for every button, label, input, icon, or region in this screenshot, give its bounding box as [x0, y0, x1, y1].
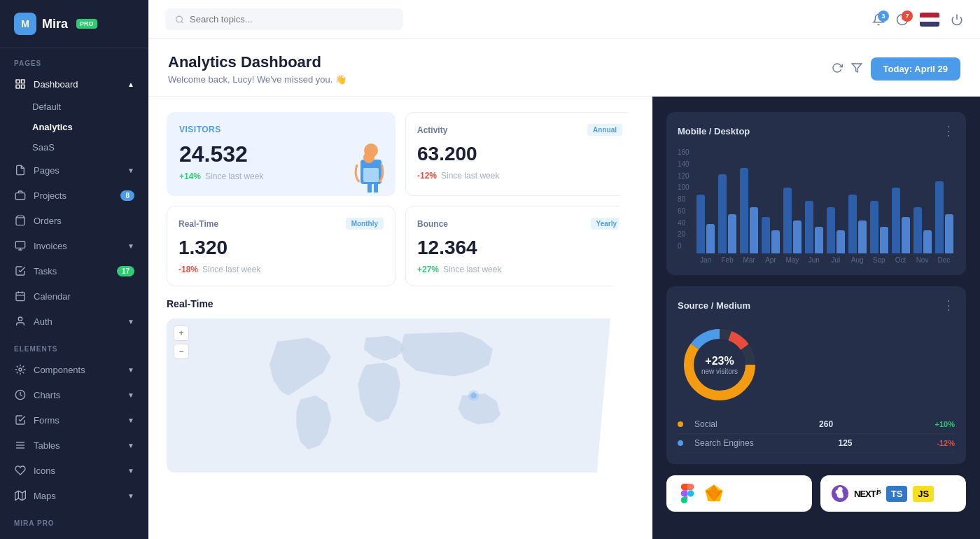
bar-light-aug — [858, 220, 867, 253]
svg-point-31 — [363, 152, 374, 163]
tech-logos-section: NEXT.js TS JS — [666, 475, 966, 512]
chart-x-labels: JanFebMarAprMayJunJulAugSepOctNovDec — [695, 256, 955, 264]
sidebar-item-orders[interactable]: Orders — [0, 208, 148, 233]
source-medium-more-button[interactable]: ⋮ — [942, 298, 955, 313]
source-social-value: 260 — [819, 419, 833, 429]
bar-dark-feb — [718, 174, 727, 253]
map-more-button[interactable]: ⋮ — [622, 296, 634, 312]
svg-marker-25 — [852, 64, 861, 72]
bar-light-jan — [706, 224, 715, 253]
sidebar-item-projects[interactable]: Projects 8 — [0, 183, 148, 208]
sidebar-item-components[interactable]: Components ▼ — [0, 357, 148, 382]
activity-badge: Annual — [587, 124, 622, 136]
sidebar-item-tables[interactable]: Tables ▼ — [0, 433, 148, 458]
bounce-change-label: Since last week — [443, 265, 501, 274]
bar-chart-container: 160 140 120 100 80 60 40 20 0 — [678, 148, 955, 264]
sidebar-sub-saas[interactable]: SaaS — [0, 137, 148, 158]
sidebar-item-auth[interactable]: Auth ▼ — [0, 309, 148, 334]
bar-dark-nov — [913, 207, 922, 253]
donut-chart: +23% new visitors — [678, 323, 762, 407]
sidebar-item-invoices[interactable]: Invoices ▼ — [0, 233, 148, 258]
tables-label: Tables — [34, 440, 60, 451]
sidebar-item-forms[interactable]: Forms ▼ — [0, 407, 148, 433]
sidebar-item-pages[interactable]: Pages ▼ — [0, 158, 148, 183]
x-label-may: May — [781, 256, 803, 264]
x-label-nov: Nov — [911, 256, 933, 264]
donut-percent: +23% — [701, 355, 738, 368]
chart-bars-wrapper: JanFebMarAprMayJunJulAugSepOctNovDec — [695, 148, 955, 264]
app-name: Mira — [42, 17, 68, 31]
x-label-jan: Jan — [695, 256, 717, 264]
notifications-button[interactable]: 3 — [872, 13, 885, 26]
x-label-dec: Dec — [933, 256, 955, 264]
pages-section-label: PAGES — [0, 48, 148, 71]
source-table: Social 260 +10% Search Engines 125 -12% — [678, 415, 955, 453]
redux-icon — [832, 485, 848, 502]
activity-card: Activity Annual 63.200 -12% Since last w… — [405, 112, 634, 196]
sidebar-item-icons[interactable]: Icons ▼ — [0, 458, 148, 483]
sidebar-item-calendar[interactable]: Calendar — [0, 284, 148, 309]
svg-rect-2 — [21, 85, 24, 88]
maps-chevron: ▼ — [127, 492, 134, 500]
donut-section: +23% new visitors — [678, 323, 955, 407]
bounce-card: Bounce Yearly 12.364 +27% Since last wee… — [405, 206, 634, 286]
bar-dark-jun — [805, 201, 813, 253]
sidebar-item-dashboard[interactable]: Dashboard ▲ — [0, 71, 148, 97]
realtime-map-section: Real-Time ⋮ + − — [167, 296, 634, 472]
visitors-card: Visitors 24.532 +14% Since last week — [167, 112, 396, 196]
donut-center: +23% new visitors — [701, 355, 738, 375]
tables-icon — [14, 439, 27, 451]
activity-change-label: Since last week — [441, 171, 499, 181]
svg-rect-6 — [15, 241, 24, 248]
bar-dark-may — [783, 188, 792, 253]
x-label-sep: Sep — [868, 256, 890, 264]
sidebar-sub-analytics[interactable]: Analytics — [0, 117, 148, 137]
search-dot — [678, 440, 683, 446]
sidebar-item-charts[interactable]: Charts ▼ — [0, 382, 148, 407]
activity-value: 63.200 — [417, 143, 622, 165]
components-label: Components — [34, 365, 85, 375]
javascript-badge: JS — [913, 486, 934, 502]
auth-label: Auth — [34, 316, 52, 327]
activity-change: -12% Since last week — [417, 171, 622, 181]
alerts-button[interactable]: 7 — [896, 13, 909, 26]
tasks-badge: 17 — [117, 266, 134, 276]
chart-bars — [695, 148, 955, 253]
bar-col-mar — [740, 168, 758, 253]
map-controls: + − — [174, 326, 189, 359]
search-input[interactable] — [190, 14, 393, 24]
today-button[interactable]: Today: April 29 — [871, 57, 960, 80]
bar-light-jun — [815, 227, 823, 253]
social-dot — [678, 421, 683, 427]
mobile-desktop-more-button[interactable]: ⋮ — [942, 123, 955, 139]
icons-label: Icons — [34, 465, 55, 476]
svg-rect-30 — [374, 184, 378, 192]
source-social-change: +10% — [935, 420, 955, 428]
refresh-button[interactable] — [832, 62, 843, 76]
power-button[interactable] — [951, 13, 963, 26]
donut-sublabel: new visitors — [701, 368, 738, 375]
bar-light-apr — [771, 230, 780, 253]
page-header-left: Analytics Dashboard Welcome back, Lucy! … — [168, 53, 346, 85]
tasks-label: Tasks — [34, 266, 57, 276]
map-title: Real-Time — [167, 298, 214, 309]
sidebar-item-maps[interactable]: Maps ▼ — [0, 483, 148, 508]
svg-point-12 — [19, 368, 22, 371]
x-label-jun: Jun — [803, 256, 825, 264]
sidebar-sub-default[interactable]: Default — [0, 97, 148, 117]
language-flag[interactable] — [920, 13, 939, 27]
auth-chevron: ▼ — [127, 318, 134, 326]
orders-icon — [14, 214, 27, 227]
bar-dark-aug — [848, 195, 857, 253]
map-zoom-in-button[interactable]: + — [174, 326, 189, 341]
map-zoom-out-button[interactable]: − — [174, 344, 189, 359]
bar-light-dec — [945, 214, 953, 253]
nextjs-text: NEXT.js — [854, 488, 881, 499]
bar-light-sep — [880, 227, 888, 253]
bar-dark-apr — [762, 217, 770, 253]
filter-button[interactable] — [851, 62, 862, 76]
sidebar-item-tasks[interactable]: Tasks 17 — [0, 258, 148, 284]
calendar-label: Calendar — [34, 291, 71, 302]
bounce-change: +27% Since last week — [417, 265, 622, 274]
x-label-apr: Apr — [760, 256, 782, 264]
